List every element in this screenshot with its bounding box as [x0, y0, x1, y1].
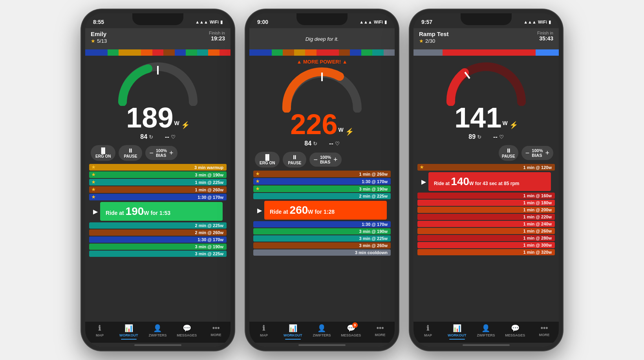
tab-messages-1[interactable]: 💬 MESSAGES	[177, 324, 197, 340]
w-row-3a: 1 min @ 160w	[417, 193, 555, 199]
pause-btn-3[interactable]: ⏸ PAUSE	[499, 145, 518, 161]
notif-badge-2: 9	[352, 322, 358, 328]
w-row-3h: 1 min @ 300w	[417, 242, 555, 248]
heart-icon-2: ♡	[335, 141, 340, 147]
notch-1	[132, 13, 183, 25]
star-1a: ★	[91, 165, 95, 170]
power-display-1: 189W⚡	[85, 104, 231, 132]
messages-icon-1: 💬	[183, 324, 191, 333]
map-icon-2: ℹ	[262, 324, 265, 333]
interval-box-2: Ride at 260W for 1:28	[264, 201, 387, 220]
erg-icon-1: ▐▌	[99, 147, 107, 154]
w-row-3i: 1 min @ 320w	[417, 249, 555, 255]
tab-messages-3[interactable]: 💬 MESSAGES	[505, 324, 525, 340]
heart-1: -- ♡	[165, 133, 176, 140]
seg-3	[108, 49, 119, 56]
w-row-3-top: ★ 1 min @ 120w	[417, 164, 555, 171]
power-unit-2: W	[338, 127, 343, 133]
messages-notif-2: 💬 9	[347, 324, 355, 333]
gauge-svg-3	[443, 59, 529, 106]
current-interval-3: ▶ Ride at 140W for 43 sec at 85 rpm	[417, 172, 555, 191]
phone-2-frame: 9:00 ▲▲▲ WiFi ▮ Dig deep for it.	[245, 9, 399, 351]
w-row-2b: ★ 1:30 @ 170w	[253, 178, 391, 185]
star-1e: ★	[91, 195, 95, 200]
w-row-1i: 3 min @ 190w	[89, 244, 227, 250]
bias-minus-3[interactable]: −	[525, 149, 530, 157]
tab-more-3[interactable]: ••• MORE	[534, 324, 554, 340]
tab-map-2[interactable]: ℹ MAP	[254, 324, 274, 340]
zwifters-icon-2: 👤	[317, 324, 326, 333]
battery-icon-1: ▮	[220, 20, 223, 25]
w-row-3d: 1 min @ 220w	[417, 214, 555, 220]
tab-workout-1[interactable]: 📊 WORKOUT	[119, 324, 139, 340]
signal-icon-3: ▲▲▲	[523, 20, 536, 24]
star-icon-3: ★	[419, 38, 424, 44]
zwifters-icon-3: 👤	[481, 324, 490, 333]
finish-label-3: Finish in	[537, 31, 553, 35]
tab-workout-3[interactable]: 📊 WORKOUT	[447, 324, 467, 340]
zwifters-icon-1: 👤	[153, 324, 162, 333]
tab-messages-2[interactable]: 💬 9 MESSAGES	[341, 324, 361, 340]
signal-icon-1: ▲▲▲	[195, 20, 208, 24]
interval-box-1: Ride at 190W for 1:53	[100, 202, 223, 221]
metrics-3: 89 ↻ -- ♡	[413, 132, 559, 142]
finish-label-1: Finish in	[209, 31, 225, 35]
rider-name-1: Emily	[91, 31, 107, 37]
seg-13	[220, 49, 231, 56]
seg-7	[152, 49, 163, 56]
tab-indicator-3	[449, 339, 465, 340]
finish-time-3: 35:43	[537, 35, 553, 42]
home-indicator-2	[298, 344, 346, 346]
seg-6	[141, 49, 152, 56]
erg-btn-1[interactable]: ▐▌ ERG ON	[91, 145, 115, 161]
heart-icon-3: ♡	[499, 134, 504, 140]
seg-12	[208, 49, 219, 56]
play-3: ▶	[421, 178, 426, 185]
star-1c: ★	[91, 180, 95, 185]
bias-minus-2[interactable]: −	[313, 156, 318, 164]
erg-btn-2[interactable]: ▐▌ ERG ON	[255, 152, 280, 167]
star-1d: ★	[91, 187, 95, 192]
pause-btn-2[interactable]: ⏸ PAUSE	[283, 152, 306, 167]
tab-more-2[interactable]: ••• MORE	[370, 324, 390, 340]
header-3: Ramp Test ★ 2/30 Finish in 35:43	[413, 28, 559, 49]
metrics-2: 84 ↻ -- ♡	[249, 138, 395, 149]
controls-1: ▐▌ ERG ON ⏸ PAUSE − 100%BIAS +	[85, 142, 231, 164]
seg-1	[85, 49, 96, 56]
header-2: Dig deep for it.	[249, 28, 395, 49]
notch-3	[461, 13, 512, 25]
w-row-2h: 3 min @ 260w	[253, 242, 391, 249]
tab-zwifters-3[interactable]: 👤 ZWIFTERS	[476, 324, 496, 340]
messages-icon-3: 💬	[511, 324, 520, 333]
w-row-3g: 1 min @ 280w	[417, 235, 555, 241]
tab-map-3[interactable]: ℹ MAP	[418, 324, 438, 340]
play-1: ▶	[93, 208, 98, 215]
tab-bar-1: ℹ MAP 📊 WORKOUT 👤 ZWIFTERS 💬 MESSA	[85, 321, 231, 343]
seg-4	[119, 49, 130, 56]
ramp-name-3: Ramp Test	[419, 31, 449, 37]
pause-btn-1[interactable]: ⏸ PAUSE	[119, 145, 142, 161]
bias-plus-3[interactable]: +	[545, 149, 549, 157]
seg-5	[130, 49, 141, 56]
tab-workout-2[interactable]: 📊 WORKOUT	[283, 324, 303, 340]
w-row-1d: ★ 1 min @ 260w	[89, 186, 227, 193]
tab-zwifters-2[interactable]: 👤 ZWIFTERS	[312, 324, 331, 340]
wifi-icon-2: WiFi	[374, 20, 383, 24]
tab-more-1[interactable]: ••• MORE	[206, 324, 226, 340]
time-2: 9:00	[257, 19, 268, 25]
status-icons-3: ▲▲▲ WiFi ▮	[523, 20, 551, 25]
controls-2: ▐▌ ERG ON ⏸ PAUSE − 100%BIAS +	[249, 149, 395, 171]
header-left-1: Emily ★ 5/13	[91, 31, 107, 44]
bias-ctrl-1: − 100%BIAS +	[145, 146, 177, 160]
step-1: ★ 5/13	[91, 38, 107, 44]
tab-zwifters-1[interactable]: 👤 ZWIFTERS	[148, 324, 167, 340]
bias-minus-1[interactable]: −	[149, 149, 154, 157]
bias-plus-1[interactable]: +	[169, 149, 174, 157]
w-row-1g: 2 min @ 260w	[89, 229, 227, 236]
bias-plus-2[interactable]: +	[333, 156, 338, 164]
star-1b: ★	[91, 172, 95, 177]
header-right-1: Finish in 19:23	[209, 31, 225, 42]
current-interval-2: ▶ Ride at 260W for 1:28	[253, 201, 391, 220]
play-2: ▶	[257, 207, 262, 214]
tab-map-1[interactable]: ℹ MAP	[90, 324, 110, 340]
